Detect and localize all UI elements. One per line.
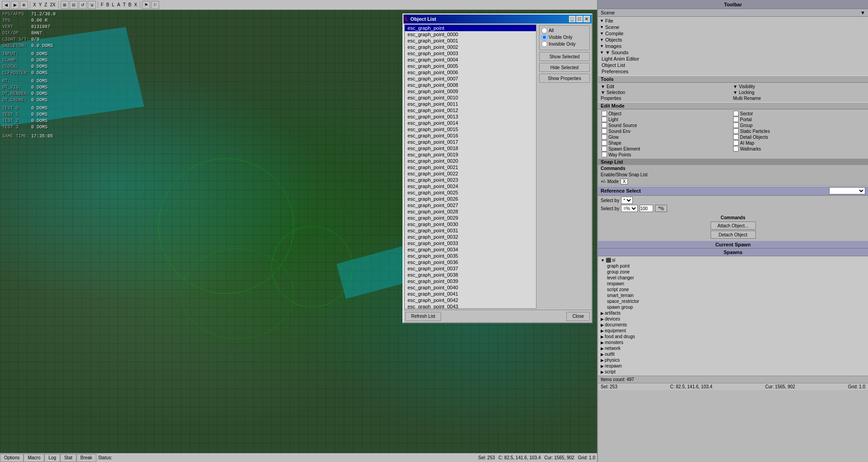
list-item[interactable]: esc_graph_point_0041 [405,291,536,297]
check-static-particles[interactable]: Static Particles [733,128,864,134]
options-btn[interactable]: Options [0,454,24,462]
toolbar-snap[interactable]: ⊞ [61,1,69,9]
dialog-close-footer-btn[interactable]: Close [566,312,590,321]
list-item[interactable]: esc_graph_point_0002 [405,44,536,50]
ref-select-dropdown[interactable] [829,187,865,194]
toolbar-extra-1[interactable]: ⚑ [142,1,150,9]
tree-item-food-drugs[interactable]: ▶ food and drugs [601,334,865,339]
hide-selected-btn[interactable]: Hide Selected [539,63,590,72]
list-item[interactable]: esc_graph_point_0042 [405,297,536,303]
list-item[interactable]: esc_graph_point_0009 [405,88,536,94]
dialog-minimize-btn[interactable]: _ [569,16,575,22]
list-item[interactable]: esc_graph_point_0013 [405,113,536,120]
macro-btn[interactable]: Macro [24,454,44,462]
tool-edit[interactable]: ▼ Edit [601,84,733,90]
check-group[interactable]: Group [733,123,864,128]
tree-item-artifacts[interactable]: ▶ artifacts [601,310,865,316]
cb-wallmarks[interactable] [733,146,739,151]
cb-sound-source[interactable] [602,123,607,128]
toolbar-btn-3[interactable]: ⊕ [20,1,28,9]
check-object[interactable]: Object [602,111,733,116]
radio-invisible[interactable]: Invisible Only [541,41,588,47]
tool-properties[interactable]: Properties [601,95,733,101]
list-item[interactable]: esc_graph_point_0022 [405,170,536,177]
tool-visibility[interactable]: ▼ Visibility [733,84,866,90]
mode-value[interactable]: X [621,179,628,184]
menu-file[interactable]: ▼ File [598,18,868,24]
list-item[interactable]: esc_graph_point_0036 [405,259,536,265]
menu-scene[interactable]: ▼ Scene [598,24,868,30]
list-item[interactable]: esc_graph_point_0015 [405,126,536,132]
tree-item-smart-terrain[interactable]: smart_terrain [601,292,865,298]
list-item[interactable]: esc_graph_point_0027 [405,202,536,208]
detach-object-btn[interactable]: Detach Object [711,231,756,239]
tree-item-monsters[interactable]: ▶ monsters [601,339,865,345]
cb-light[interactable] [602,117,607,122]
tree-item-level-changer[interactable]: level changer [601,275,865,281]
list-item[interactable]: esc_graph_point_0033 [405,240,536,246]
tree-item-devices[interactable]: ▶ devices [601,316,865,322]
list-item[interactable]: esc_graph_point_0029 [405,215,536,221]
cb-sector[interactable] [733,111,739,116]
list-item[interactable]: esc_graph_point_0014 [405,120,536,126]
toolbar-scale[interactable]: ⇲ [88,1,96,9]
radio-visible[interactable]: Visible Only [541,34,588,40]
select-by-dropdown-1[interactable]: * [621,197,633,204]
tree-item-script-zone[interactable]: script zone [601,287,865,292]
toolbar-fwd-btn[interactable]: ▶ [11,1,19,9]
list-item[interactable]: esc_graph_point_0018 [405,145,536,151]
refresh-list-btn[interactable]: Refresh List [405,312,441,321]
break-btn[interactable]: Break [76,454,96,462]
list-item[interactable]: esc_graph_point_0003 [405,50,536,57]
stat-btn[interactable]: Stat [60,454,76,462]
list-item[interactable]: esc_graph_point_0026 [405,196,536,202]
attach-object-btn[interactable]: Attach Object... [711,222,756,230]
cb-static-particles[interactable] [733,128,739,134]
check-portal[interactable]: Portal [733,117,864,122]
list-item[interactable]: esc_graph_point_0000 [405,31,536,38]
list-item[interactable]: esc_graph_point_0004 [405,57,536,63]
list-item[interactable]: esc_graph_point_0001 [405,38,536,44]
list-item[interactable]: esc_graph_point_0006 [405,69,536,75]
cb-sound-env[interactable] [602,128,607,134]
check-detail-objects[interactable]: Detail Objects [733,134,864,140]
check-shape[interactable]: Shape [602,140,733,146]
menu-compile[interactable]: ▼ Compile [598,30,868,37]
cb-detail-objects[interactable] [733,134,739,140]
check-sound-source[interactable]: Sound Source [602,123,733,128]
tree-item-equipment[interactable]: ▶ equipment [601,328,865,334]
list-item[interactable]: esc_graph_point_0016 [405,132,536,139]
tree-item-physics[interactable]: ▶ physics [601,357,865,363]
scene-dropdown-arrow[interactable]: ▼ [860,10,865,15]
list-item[interactable]: esc_graph_point_0008 [405,82,536,88]
check-sound-env[interactable]: Sound Env [602,128,733,134]
list-item[interactable]: esc_graph_point_0010 [405,94,536,101]
select-pct-btn[interactable]: *% [655,205,667,212]
check-spawn-element[interactable]: Spawn Element [602,146,733,151]
list-item[interactable]: esc_graph_point_0043 [405,303,536,309]
list-item[interactable]: esc_graph_point_0030 [405,221,536,227]
list-item[interactable]: esc_graph_point_0019 [405,151,536,158]
list-item[interactable]: esc_graph_point_0028 [405,208,536,215]
object-list-scroll[interactable]: esc_graph_pointesc_graph_point_0000esc_g… [404,24,536,309]
list-item[interactable]: esc_graph_point_0021 [405,164,536,170]
list-item[interactable]: esc_graph_point_0005 [405,63,536,69]
tree-item-respawn2[interactable]: ▶ respawn [601,363,865,369]
check-way-points[interactable]: Way Points [602,152,733,157]
tree-item-documents[interactable]: ▶ documents [601,322,865,328]
check-sector[interactable]: Sector [733,111,864,116]
tree-item-outfit[interactable]: ▶ outfit [601,351,865,357]
check-ai-map[interactable]: AI Map [733,140,864,146]
list-item[interactable]: esc_graph_point_0031 [405,227,536,234]
show-properties-btn[interactable]: Show Properties [539,74,590,83]
select-by-dropdown-2[interactable]: =% [621,205,638,212]
cb-ai-map[interactable] [733,140,739,146]
tool-locking[interactable]: ▼ Locking [733,90,866,95]
cb-spawn-element[interactable] [602,146,607,151]
cb-object[interactable] [602,111,607,116]
menu-object-list[interactable]: Object List [598,62,868,68]
tree-item-spawn-group[interactable]: spawn group [601,304,865,310]
cb-portal[interactable] [733,117,739,122]
list-item[interactable]: esc_graph_point_0024 [405,183,536,189]
select-pct-input[interactable] [640,205,653,212]
